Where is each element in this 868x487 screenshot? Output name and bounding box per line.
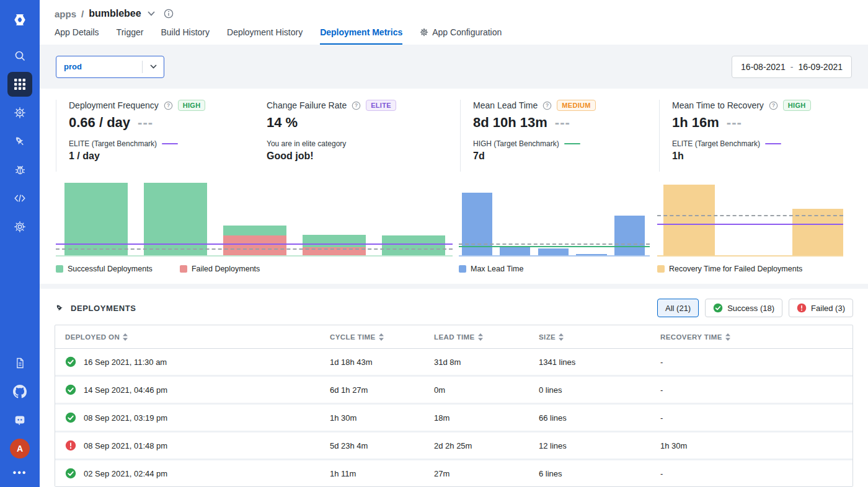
chevron-down-icon[interactable]	[148, 11, 155, 16]
bar-segment	[663, 185, 715, 257]
tab-app-details[interactable]: App Details	[55, 27, 99, 45]
devtron-logo[interactable]	[0, 0, 40, 40]
metric-title: Deployment Frequency	[69, 100, 159, 110]
chart-bar[interactable]	[144, 183, 207, 257]
benchmark-line-swatch	[564, 143, 580, 144]
sidebar-item-search[interactable]	[7, 43, 32, 68]
table-row[interactable]: 02 Sep 2021, 02:44 pm1h 11m27m6 lines-	[55, 460, 852, 486]
sidebar-item-applications[interactable]	[7, 72, 32, 97]
table-header: DEPLOYED ONCYCLE TIMELEAD TIMESIZERECOVE…	[55, 325, 852, 349]
document-icon	[14, 357, 26, 369]
filter-pill-success[interactable]: Success (18)	[705, 299, 782, 317]
bar-segment	[614, 216, 645, 257]
sidebar-item-github[interactable]	[7, 379, 32, 404]
legend-swatch	[56, 265, 63, 273]
app-header: apps / bumblebee App DetailsTriggerBuild…	[40, 0, 868, 45]
help-icon[interactable]: ?	[542, 101, 552, 110]
column-label: DEPLOYED ON	[65, 333, 120, 341]
breadcrumb-section[interactable]: apps	[55, 9, 76, 19]
help-icon[interactable]: ?	[352, 101, 361, 110]
sidebar-item-discord[interactable]	[7, 408, 32, 432]
deployments-header: DEPLOYMENTS All (21)Success (18)Failed (…	[55, 296, 853, 320]
recovery-time-value: -	[650, 469, 852, 478]
legend-label: Max Lead Time	[471, 265, 523, 273]
more-ellipsis-icon[interactable]: •••	[13, 467, 27, 478]
lead-time-value: 0m	[424, 385, 529, 395]
column-header-deployed-on[interactable]: DEPLOYED ON	[55, 333, 320, 341]
sidebar-item-deploy[interactable]	[7, 129, 32, 154]
metrics-panel: Deployment Frequency?HIGH0.66 / day---EL…	[40, 89, 868, 284]
tab-trigger[interactable]: Trigger	[117, 27, 144, 45]
chart-bar[interactable]	[303, 183, 366, 257]
environment-select[interactable]: prod	[56, 56, 164, 78]
sidebar-item-docs[interactable]	[7, 351, 32, 375]
legend-label: Successful Deployments	[68, 265, 153, 273]
column-label: LEAD TIME	[434, 333, 475, 341]
tab-deployment-history[interactable]: Deployment History	[227, 27, 303, 45]
sidebar-item-code[interactable]	[7, 186, 32, 211]
legend-item: Failed Deployments	[180, 265, 260, 273]
tab-label: App Configuration	[432, 27, 502, 37]
recovery-time-value: 1h 30m	[650, 441, 852, 450]
main-content: apps / bumblebee App DetailsTriggerBuild…	[40, 0, 868, 487]
chart-bar[interactable]	[64, 183, 128, 257]
chart-bar[interactable]	[663, 183, 715, 257]
pill-label: Failed (3)	[811, 304, 845, 313]
chart-bar[interactable]	[792, 183, 843, 257]
bug-icon	[14, 164, 27, 177]
metric-card-deployment-frequency: Deployment Frequency?HIGH0.66 / day---EL…	[56, 100, 254, 172]
chart-baseline	[657, 255, 843, 257]
tab-label: Deployment History	[227, 27, 303, 37]
tab-app-configuration[interactable]: App Configuration	[420, 27, 502, 45]
date-range-picker[interactable]: 16-08-2021 - 16-09-2021	[732, 56, 852, 78]
column-label: CYCLE TIME	[330, 333, 376, 341]
deployments-section: DEPLOYMENTS All (21)Success (18)Failed (…	[40, 289, 868, 487]
column-header-size[interactable]: SIZE	[529, 333, 650, 341]
sort-icon	[478, 333, 483, 341]
filter-pill-failed[interactable]: Failed (3)	[789, 299, 853, 317]
benchmark-value: 7d	[473, 151, 648, 162]
max-lead-time-chart: Max Lead Time	[459, 183, 650, 275]
help-icon[interactable]: ?	[164, 101, 173, 110]
chart-bar[interactable]	[382, 183, 445, 257]
table-row[interactable]: 14 Sep 2021, 04:46 pm6d 1h 27m0m0 lines-	[55, 377, 852, 403]
table-row[interactable]: 16 Sep 2021, 11:30 am1d 18h 43m31d 8m134…	[55, 349, 852, 375]
sidebar-item-charts[interactable]	[7, 100, 32, 125]
tab-deployment-metrics[interactable]: Deployment Metrics	[320, 27, 402, 45]
metric-card-mean-time-to-recovery: Mean Time to Recovery?HIGH1h 16m---ELITE…	[659, 100, 852, 172]
cycle-time-value: 1d 18h 43m	[320, 358, 424, 367]
table-row[interactable]: 08 Sep 2021, 01:48 pm5d 23h 4m2d 2h 25m1…	[55, 432, 852, 458]
chart-bar[interactable]	[223, 183, 286, 257]
filter-pill-all[interactable]: All (21)	[657, 299, 699, 317]
trend-dashes: ---	[138, 115, 153, 131]
help-icon[interactable]: ?	[769, 101, 778, 110]
failed-alert-icon	[797, 303, 807, 313]
avatar: A	[10, 439, 30, 458]
metric-value: 14 %	[267, 115, 298, 131]
tab-label: Trigger	[117, 27, 144, 37]
deployed-on-value: 08 Sep 2021, 03:19 pm	[84, 413, 167, 423]
deployed-on-value: 08 Sep 2021, 01:48 pm	[84, 441, 167, 450]
benchmark-value: 1 / day	[69, 151, 243, 162]
sidebar-user-avatar[interactable]: A	[7, 436, 32, 461]
gear-icon	[420, 28, 428, 37]
tab-build-history[interactable]: Build History	[161, 27, 210, 45]
deployments-title-group: DEPLOYMENTS	[55, 303, 136, 314]
svg-text:?: ?	[355, 102, 358, 108]
metric-card-mean-lead-time: Mean Lead Time?MEDIUM8d 10h 13m---HIGH (…	[460, 100, 659, 172]
info-icon[interactable]	[164, 9, 174, 19]
benchmark-line	[459, 246, 650, 247]
column-header-recovery-time[interactable]: RECOVERY TIME	[650, 333, 852, 341]
metric-badge: ELITE	[366, 100, 396, 111]
column-header-lead-time[interactable]: LEAD TIME	[424, 333, 529, 341]
column-header-cycle-time[interactable]: CYCLE TIME	[320, 333, 424, 341]
sort-icon	[379, 333, 384, 341]
sidebar-item-bugs[interactable]	[7, 157, 32, 182]
sidebar-item-global-config[interactable]	[7, 214, 32, 239]
table-row[interactable]: 08 Sep 2021, 03:19 pm1h 30m18m66 lines-	[55, 405, 852, 431]
cycle-time-value: 5d 23h 4m	[320, 441, 424, 450]
chart-legend: Recovery Time for Failed Deployments	[657, 263, 843, 275]
date-to: 16-09-2021	[798, 62, 843, 72]
legend-swatch	[657, 265, 665, 273]
success-check-icon	[65, 468, 76, 479]
